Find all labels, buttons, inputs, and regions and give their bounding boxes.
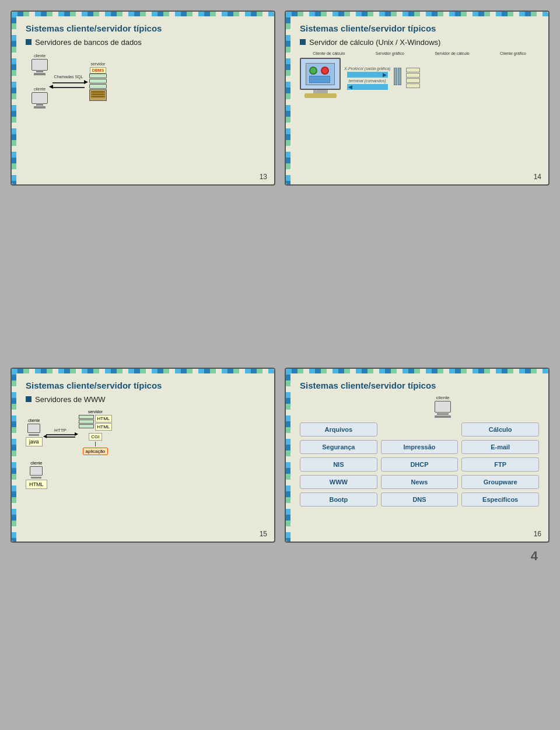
html-tag-1: HTML: [95, 415, 113, 422]
blue-rect: [309, 76, 330, 83]
slide-number-15: 15: [260, 530, 267, 538]
slide-15-title: Sistemas cliente/servidor típicos: [26, 380, 265, 390]
service-empty-1: [381, 422, 459, 436]
www-row-bottom: cliente HTML: [26, 461, 265, 489]
bullet-square-14: [300, 39, 306, 45]
rack-2: [79, 420, 94, 424]
server-icon: servidor DBMS: [89, 62, 107, 101]
cgi-line: [95, 442, 96, 446]
slide-number-16: 16: [534, 530, 541, 538]
rack-1: [79, 415, 94, 419]
arrow-back: ◀: [52, 87, 85, 88]
server-unit-2: [89, 79, 107, 83]
server-html-stack: HTML HTML: [79, 415, 113, 431]
service-calculo: Cálculo: [461, 422, 539, 436]
arrow-area: Chamadas SQL ▶ ◀: [52, 75, 85, 88]
arrow-right: ▶: [347, 72, 388, 78]
monitor-foot-calc: [304, 93, 337, 98]
tower-unit-1: [406, 68, 420, 72]
calc-diagram: Cliente de cálculo Servidor gráfico Serv…: [300, 51, 539, 98]
http-arrow-right: ▶: [46, 434, 75, 435]
client-icon-center: cliente: [435, 395, 451, 418]
page-number: 4: [531, 549, 538, 563]
server-unit-3: [89, 84, 107, 89]
tower-unit-3: [406, 78, 420, 83]
screen-inner: [306, 63, 335, 85]
client-top-area: cliente: [300, 395, 539, 418]
www-client-top: cliente java: [26, 418, 43, 446]
arrow-left: ◀: [347, 84, 388, 90]
server-tower-right: [406, 68, 420, 88]
html-client-box: HTML: [26, 480, 47, 489]
www-client-bottom: cliente HTML: [26, 461, 47, 489]
html-tag-2: HTML: [95, 423, 113, 431]
service-dns: DNS: [381, 493, 459, 507]
monitor-bottom: [32, 92, 48, 104]
http-arrow-left: ◀: [46, 436, 75, 438]
dbms-label: DBMS: [90, 67, 107, 74]
cgi-box: CGI: [89, 433, 102, 441]
calc-monitor: [300, 58, 341, 98]
http-arrows: HTTP ▶ ◀: [46, 428, 75, 438]
www-server-area: servidor HTML HTML: [79, 410, 113, 455]
bullet-square: [26, 39, 32, 45]
server-stack: [89, 74, 107, 101]
slide-13: Sistemas cliente/servidor típicos Servid…: [10, 11, 275, 186]
service-bootp: Bootp: [300, 493, 377, 507]
slide-15: Sistemas cliente/servidor típicos Servid…: [10, 368, 275, 543]
green-circle: [309, 67, 317, 75]
cgi-area: CGI aplicação: [83, 433, 108, 455]
slide-14: Sistemas cliente/servidor típicos Servid…: [285, 11, 550, 186]
mini-foot-top: [29, 434, 39, 436]
base-top: [34, 73, 46, 75]
service-impressao: Impressão: [381, 440, 459, 454]
slide-number-13: 13: [260, 173, 267, 181]
service-arquivos: Arquivos: [300, 422, 377, 436]
mini-monitor-bottom: [30, 466, 43, 476]
service-especificos: Específicos: [461, 493, 539, 507]
server-tower-left: [394, 68, 401, 88]
monitor-top: [32, 59, 48, 71]
protocol-arrows: X-Protocol (saída gráfica) ▶ terminal (c…: [344, 67, 390, 90]
java-box: java: [26, 437, 43, 446]
service-groupware: Groupware: [461, 475, 539, 489]
slides-grid: Sistemas cliente/servidor típicos Servid…: [10, 11, 550, 543]
slide-15-bullet: Servidores de WWW: [26, 395, 265, 404]
center-monitor-foot: [435, 415, 451, 418]
slide-16-title: Sistemas cliente/servidor típicos: [300, 380, 539, 390]
db-cylinder: [89, 89, 107, 101]
slide-13-title: Sistemas cliente/servidor típicos: [26, 23, 265, 33]
tower-unit-2: [406, 73, 420, 78]
slide-14-title: Sistemas cliente/servidor típicos: [300, 23, 539, 33]
center-monitor: [435, 401, 451, 413]
calc-labels-top: Cliente de cálculo Servidor gráfico Serv…: [300, 51, 539, 55]
slide-13-bullet: Servidores de bancos de dados: [26, 38, 265, 47]
arrow-forward: ▶: [52, 82, 85, 83]
red-circle: [321, 67, 329, 75]
service-dhcp: DHCP: [381, 457, 459, 471]
services-grid: Arquivos Cálculo Segurança Impressão E-m…: [300, 422, 539, 507]
base-bottom: [34, 106, 46, 109]
server-unit-1: [89, 74, 107, 78]
blank-area: [10, 195, 550, 358]
service-seguranca: Segurança: [300, 440, 377, 454]
tower-unit-4: [406, 83, 420, 88]
calc-main-row: X-Protocol (saída gráfica) ▶ terminal (c…: [300, 58, 539, 98]
client-computer-top: cliente: [32, 54, 48, 75]
mini-monitor-top: [27, 424, 40, 433]
client-group: cliente cliente: [32, 54, 48, 109]
service-nis: NIS: [300, 457, 377, 471]
calc-screen: [300, 58, 341, 90]
aplicacao-box: aplicação: [83, 448, 108, 455]
html-labels-stack: HTML HTML: [95, 415, 113, 431]
rack-3: [79, 424, 94, 428]
db-diagram: cliente cliente Chamadas SQL ▶: [32, 54, 265, 109]
service-email: E-mail: [461, 440, 539, 454]
slide-16: Sistemas cliente/servidor típicos client…: [285, 368, 550, 543]
slide-number-14: 14: [534, 173, 541, 181]
www-row-top: cliente java HTTP ▶ ◀: [26, 410, 265, 455]
tower-connectors: [394, 68, 401, 85]
server-towers: [394, 68, 420, 88]
page-number-area: 4: [10, 549, 550, 564]
slide-14-bullet: Servidor de cálculo (Unix / X-Windows): [300, 38, 539, 47]
